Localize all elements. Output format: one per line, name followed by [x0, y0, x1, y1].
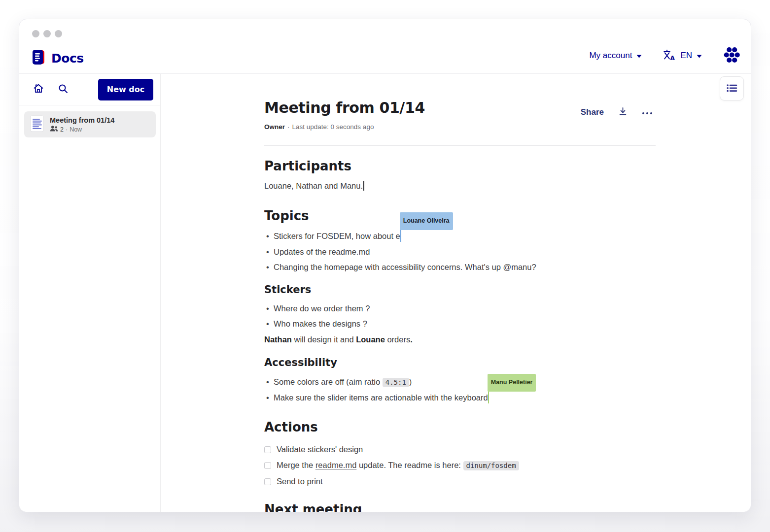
app-body: New doc	[19, 73, 751, 512]
search-icon	[58, 83, 69, 96]
doc-item-title: Meeting from 01/14	[50, 116, 114, 125]
accessibility-list: Some colors are off (aim ratio 4.5:1) Ma…	[264, 374, 656, 406]
members-icon	[50, 126, 58, 133]
sidebar: New doc	[19, 74, 161, 512]
window-header: Docs My account A EN	[19, 19, 751, 73]
table-of-contents-button[interactable]	[720, 76, 744, 100]
window-dot[interactable]	[43, 30, 51, 37]
last-update-text: Last update: 0 seconds ago	[292, 123, 374, 131]
document: Meeting from 01/14 Share	[264, 74, 656, 512]
doc-item-meta: 2 · Now	[50, 126, 114, 133]
task-item: Merge the readme.md update. The readme i…	[264, 457, 656, 473]
stickers-note: Nathan will design it and Louane orders.	[264, 333, 656, 346]
doc-controls: Share	[581, 106, 656, 118]
window-controls	[32, 30, 62, 37]
owner-badge: Owner	[264, 123, 285, 131]
collab-cursor-label: Manu Pelletier	[488, 374, 536, 392]
heading-stickers: Stickers	[264, 283, 656, 297]
list-item: Who makes the designs ?	[264, 316, 656, 332]
collab-cursor-louane: Louane Oliveira	[400, 230, 401, 242]
app-title: Docs	[51, 51, 84, 66]
readme-link[interactable]: readme.md	[315, 461, 356, 469]
more-options-button[interactable]	[642, 109, 653, 116]
search-button[interactable]	[56, 82, 70, 97]
list-item: Where do we order them ?	[264, 301, 656, 317]
download-icon	[618, 106, 628, 118]
task-list: Validate stickers' design Merge the read…	[264, 441, 656, 489]
list-item: Stickers for FOSDEM, how about eLouane O…	[264, 229, 656, 244]
download-button[interactable]	[618, 106, 628, 118]
translate-icon: A	[663, 49, 676, 63]
app-window: Docs My account A EN	[19, 19, 751, 512]
doc-item-info: Meeting from 01/14 2 · Now	[50, 116, 114, 133]
heading-topics: Topics	[264, 208, 656, 224]
apps-grid-icon	[723, 46, 741, 66]
share-button[interactable]: Share	[581, 107, 604, 117]
apps-launcher-button[interactable]	[723, 46, 741, 66]
docs-brand[interactable]: Docs	[31, 49, 84, 67]
inline-code: 4.5:1	[383, 378, 409, 387]
window-dot[interactable]	[32, 30, 39, 37]
window-dot[interactable]	[55, 30, 62, 37]
checkbox[interactable]	[264, 462, 271, 469]
home-button[interactable]	[31, 82, 46, 97]
text-cursor	[363, 181, 364, 191]
heading-participants: Participants	[264, 158, 656, 174]
language-label: EN	[680, 51, 692, 61]
ellipsis-icon	[642, 109, 653, 116]
task-item: Send to print	[264, 473, 656, 489]
participants-text: Louane, Nathan and Manu.	[264, 180, 656, 192]
list-item: Updates of the readme.md	[264, 244, 656, 260]
collab-cursor-manu: Manu Pelletier	[488, 391, 489, 403]
my-account-label: My account	[589, 51, 632, 61]
divider	[264, 145, 656, 146]
inline-code: dinum/fosdem	[463, 461, 519, 470]
meta-separator: ·	[287, 123, 290, 131]
list-item: Some colors are off (aim ratio 4.5:1)	[264, 374, 656, 391]
checkbox[interactable]	[264, 446, 271, 453]
home-icon	[33, 83, 44, 96]
sidebar-toolbar: New doc	[19, 74, 160, 105]
doc-list-item[interactable]: Meeting from 01/14 2 · Now	[24, 111, 156, 137]
list-item: Changing the homepage with accessibility…	[264, 260, 656, 275]
language-menu[interactable]: A EN	[663, 49, 702, 63]
doc-meta: Owner · Last update: 0 seconds ago	[264, 123, 656, 131]
header-actions: My account A EN	[589, 46, 741, 66]
chevron-down-icon	[636, 51, 642, 61]
doc-title: Meeting from 01/14	[264, 100, 425, 116]
list-item: Make sure the slider items are actionabl…	[264, 390, 656, 406]
list-icon	[726, 83, 737, 94]
meta-separator: ·	[66, 126, 68, 133]
heading-accessibility: Accessibility	[264, 356, 656, 369]
heading-actions: Actions	[264, 419, 656, 435]
my-account-menu[interactable]: My account	[589, 51, 642, 61]
members-count: 2	[60, 126, 64, 133]
document-file-icon	[30, 115, 44, 134]
heading-next-meeting: Next meeting	[264, 501, 656, 513]
svg-text:A: A	[670, 54, 675, 61]
task-item: Validate stickers' design	[264, 441, 656, 457]
stickers-list: Where do we order them ? Who makes the d…	[264, 301, 656, 332]
chevron-down-icon	[697, 51, 702, 61]
docs-logo-icon	[31, 49, 46, 67]
editor-area: Meeting from 01/14 Share	[161, 74, 751, 512]
topics-list: Stickers for FOSDEM, how about eLouane O…	[264, 229, 656, 275]
checkbox[interactable]	[264, 478, 271, 485]
collab-cursor-label: Louane Oliveira	[400, 212, 453, 231]
doc-item-time: Now	[70, 126, 82, 133]
new-doc-button[interactable]: New doc	[98, 79, 153, 100]
doc-title-row: Meeting from 01/14 Share	[264, 100, 656, 118]
